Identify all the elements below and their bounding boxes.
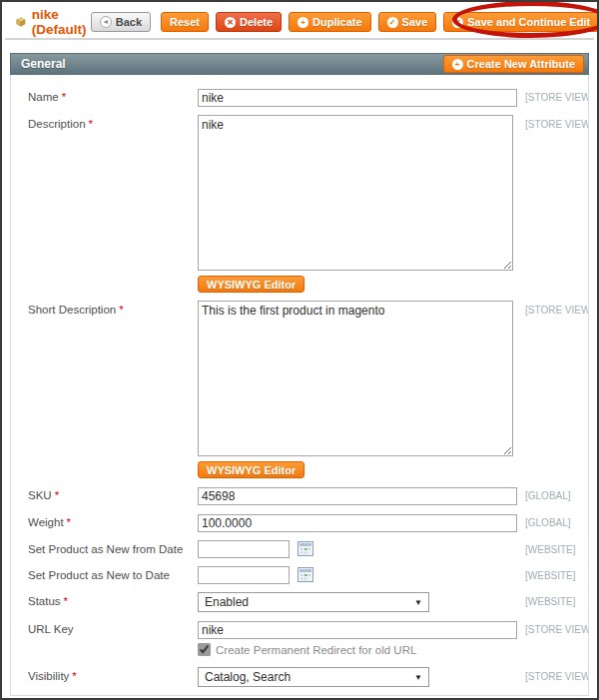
field-row-sku: SKU* [GLOBAL]	[28, 486, 578, 505]
status-label: Status	[28, 595, 61, 607]
scope-label: [GLOBAL]	[525, 513, 571, 528]
permanent-redirect-checkbox[interactable]	[198, 643, 211, 656]
scope-label: [STORE VIEW]	[525, 667, 589, 682]
chevron-down-icon: ▼	[414, 673, 422, 682]
delete-x-icon: ✕	[225, 17, 236, 28]
country-select[interactable]: ▼	[198, 695, 429, 696]
sku-label: SKU	[28, 489, 52, 501]
weight-label: Weight	[28, 516, 64, 528]
description-textarea[interactable]: nike	[198, 115, 513, 271]
back-button[interactable]: ◄ Back	[91, 12, 151, 32]
url-key-label: URL Key	[28, 623, 74, 635]
short-description-textarea[interactable]: This is the first product in magento	[198, 301, 513, 456]
name-label: Name	[28, 91, 59, 103]
plus-icon: +	[452, 59, 463, 70]
page-title: nike (Default)	[16, 7, 91, 37]
scope-label: [STORE VIEW]	[525, 115, 589, 130]
field-row-description: Description* nike WYSIWYG Editor [STORE …	[28, 115, 578, 293]
required-asterisk: *	[64, 595, 68, 607]
field-row-status: Status* Enabled ▼ [WEBSITE]	[28, 592, 578, 612]
field-row-url-key: URL Key Create Permanent Redirect for ol…	[28, 620, 578, 659]
field-row-short-description: Short Description* This is the first pro…	[28, 301, 578, 478]
scope-label: [STORE VIEW]	[525, 620, 589, 635]
required-asterisk: *	[119, 304, 123, 316]
general-form: Name* [STORE VIEW] Description* nike WYS…	[10, 75, 589, 696]
required-asterisk: *	[55, 489, 59, 501]
required-asterisk: *	[67, 516, 71, 528]
wysiwyg-editor-button[interactable]: WYSIWYG Editor	[198, 461, 304, 478]
scope-label: [STORE VIEW]	[525, 88, 589, 103]
field-row-name: Name* [STORE VIEW]	[28, 88, 578, 107]
reset-button[interactable]: Reset	[161, 12, 209, 32]
save-button[interactable]: ✓ Save	[378, 12, 437, 32]
back-arrow-icon: ◄	[100, 16, 112, 28]
short-description-label: Short Description	[28, 304, 116, 316]
calendar-icon[interactable]	[297, 567, 313, 583]
required-asterisk: *	[72, 670, 76, 682]
required-asterisk: *	[89, 118, 93, 130]
product-cube-icon	[16, 15, 26, 29]
required-asterisk: *	[62, 91, 66, 103]
chevron-down-icon: ▼	[414, 598, 422, 607]
check-icon: ✓	[387, 17, 398, 28]
name-input[interactable]	[198, 89, 517, 107]
field-row-new-to-date: Set Product as New to Date	[28, 566, 578, 584]
page-header: nike (Default) ◄ Back Reset ✕ Delete + D…	[2, 2, 597, 33]
calendar-icon[interactable]	[297, 541, 313, 557]
sku-input[interactable]	[198, 487, 517, 505]
scope-label: [STORE VIEW]	[525, 301, 589, 316]
check-icon: ✓	[452, 17, 463, 28]
field-row-country: Country of Manufacture ▼ [WEBSITE]	[28, 695, 578, 696]
field-row-visibility: Visibility* Catalog, Search ▼ [STORE VIE…	[28, 667, 578, 687]
page-title-text: nike (Default)	[32, 7, 91, 37]
create-new-attribute-button[interactable]: + Create New Attribute	[443, 55, 584, 73]
delete-button[interactable]: ✕ Delete	[216, 12, 282, 32]
header-divider	[5, 38, 594, 40]
redirect-checkbox-row: Create Permanent Redirect for old URL	[198, 643, 517, 656]
visibility-select[interactable]: Catalog, Search ▼	[198, 667, 429, 687]
scope-label: [WEBSITE]	[525, 566, 576, 581]
section-header: General + Create New Attribute	[10, 53, 589, 75]
visibility-label: Visibility	[28, 670, 69, 682]
url-key-input[interactable]	[198, 621, 517, 639]
plus-icon: +	[298, 17, 308, 28]
field-row-new-from-date: Set Product as New from Date	[28, 540, 578, 558]
duplicate-button[interactable]: + Duplicate	[289, 12, 371, 32]
scope-label: [WEBSITE]	[525, 592, 576, 607]
save-and-continue-button[interactable]: ✓ Save and Continue Edit	[443, 12, 599, 32]
general-panel: General + Create New Attribute Name* [ST…	[10, 53, 589, 696]
field-row-weight: Weight* [GLOBAL]	[28, 513, 578, 532]
scope-label: [WEBSITE]	[525, 540, 576, 555]
new-from-date-input[interactable]	[198, 540, 290, 558]
new-from-date-label: Set Product as New from Date	[28, 543, 183, 555]
weight-input[interactable]	[198, 514, 517, 532]
new-to-date-label: Set Product as New to Date	[28, 569, 170, 581]
scope-label: [WEBSITE]	[525, 695, 576, 696]
status-select[interactable]: Enabled ▼	[198, 592, 429, 612]
section-title: General	[21, 57, 66, 71]
visibility-select-value: Catalog, Search	[205, 670, 291, 684]
description-label: Description	[28, 118, 86, 130]
permanent-redirect-label: Create Permanent Redirect for old URL	[216, 644, 416, 656]
scope-label: [GLOBAL]	[525, 486, 571, 501]
magento-product-edit-page: nike (Default) ◄ Back Reset ✕ Delete + D…	[0, 0, 599, 700]
status-select-value: Enabled	[205, 595, 249, 609]
new-to-date-input[interactable]	[198, 566, 290, 584]
wysiwyg-editor-button[interactable]: WYSIWYG Editor	[198, 276, 304, 293]
